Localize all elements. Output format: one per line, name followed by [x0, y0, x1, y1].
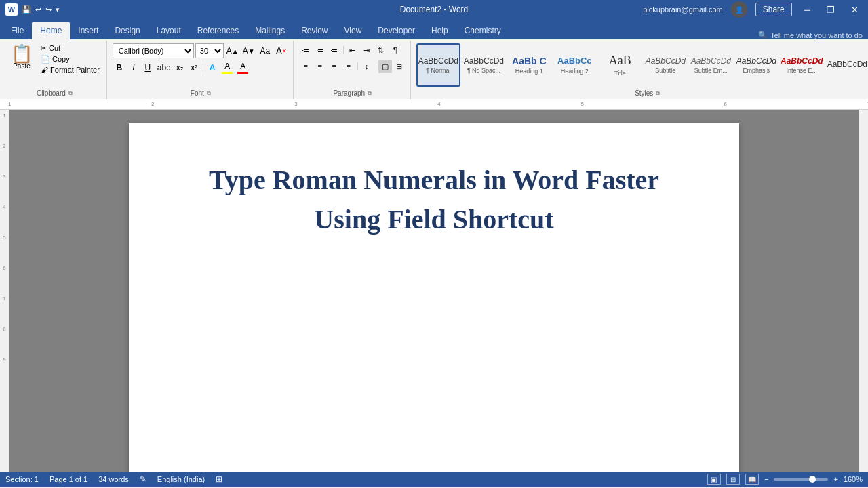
style-intense-em-preview: AaBbCcDd — [781, 56, 823, 66]
text-effects-button[interactable]: A — [205, 61, 219, 75]
zoom-plus-btn[interactable]: + — [833, 475, 837, 483]
customize-qat-btn[interactable]: ▾ — [56, 5, 60, 14]
decrease-indent-button[interactable]: ⇤ — [346, 43, 359, 57]
style-extra[interactable]: AaBbCcDd — [825, 43, 868, 87]
document-title: Document2 - Word — [400, 5, 468, 14]
borders-button[interactable]: ⊞ — [393, 60, 406, 73]
font-name-select[interactable]: Calibri (Body) — [113, 43, 194, 58]
styles-expand-icon[interactable]: ⧉ — [656, 90, 660, 97]
style-heading2[interactable]: AaBbCc Heading 2 — [553, 43, 597, 87]
close-button[interactable]: ✕ — [847, 3, 863, 16]
style-subtle-em[interactable]: AaBbCcDd Subtle Em... — [689, 43, 733, 87]
print-layout-view-btn[interactable]: ▣ — [707, 474, 721, 485]
word-app-icon: W — [5, 3, 18, 16]
font-expand-icon[interactable]: ⧉ — [207, 90, 211, 97]
align-right-button[interactable]: ≡ — [328, 60, 341, 73]
tab-layout[interactable]: Layout — [149, 22, 189, 39]
clear-formatting-button[interactable]: A✕ — [274, 43, 289, 58]
font-color-button[interactable]: A — [235, 61, 250, 75]
tab-file[interactable]: File — [3, 22, 32, 39]
font-size-select[interactable]: 30 — [195, 43, 224, 58]
undo-qat-btn[interactable]: ↩ — [35, 5, 41, 14]
zoom-slider[interactable] — [774, 478, 828, 481]
format-painter-button[interactable]: 🖌 Format Painter — [38, 65, 102, 75]
align-center-button[interactable]: ≡ — [313, 60, 327, 73]
style-no-spacing[interactable]: AaBbCcDd ¶ No Spac... — [462, 43, 506, 87]
restore-button[interactable]: ❐ — [823, 3, 839, 16]
tab-review[interactable]: Review — [293, 22, 336, 39]
strikethrough-button[interactable]: abc — [155, 61, 172, 75]
justify-button[interactable]: ≡ — [342, 60, 355, 73]
read-mode-btn[interactable]: 📖 — [745, 474, 759, 485]
align-left-button[interactable]: ≡ — [299, 60, 313, 73]
style-title-preview: AaB — [609, 54, 631, 68]
font-shrink-button[interactable]: A▼ — [241, 43, 256, 58]
style-intense-em[interactable]: AaBbCcDd Intense E... — [780, 43, 824, 87]
status-bar: Section: 1 Page 1 of 1 34 words ✎ Englis… — [0, 472, 868, 487]
multilevel-button[interactable]: ≔ — [328, 43, 341, 57]
style-normal-tag: ¶ Normal — [426, 67, 450, 74]
minimize-button[interactable]: ─ — [800, 3, 814, 16]
clipboard-expand-icon[interactable]: ⧉ — [68, 90, 73, 97]
user-avatar[interactable]: 👤 — [731, 1, 747, 18]
increase-indent-button[interactable]: ⇥ — [360, 43, 374, 57]
zoom-minus-btn[interactable]: − — [764, 475, 768, 483]
web-view-btn[interactable]: ⊟ — [726, 474, 740, 485]
zoom-level: 160% — [844, 475, 863, 483]
clipboard-sub-buttons: ✂ Cut 📄 Copy 🖌 Format Painter — [38, 43, 102, 75]
sort-button[interactable]: ⇅ — [374, 43, 388, 57]
share-button[interactable]: Share — [755, 3, 792, 16]
tab-insert[interactable]: Insert — [70, 22, 106, 39]
italic-button[interactable]: I — [127, 61, 140, 75]
tab-view[interactable]: View — [336, 22, 370, 39]
font-group-content: Calibri (Body) 30 A▲ A▼ Aa A✕ B I U abc … — [113, 42, 289, 88]
show-marks-button[interactable]: ¶ — [389, 43, 402, 57]
font-grow-button[interactable]: A▲ — [225, 43, 240, 58]
style-emphasis-tag: Emphasis — [743, 67, 770, 74]
styles-gallery: AaBbCcDd ¶ Normal AaBbCcDd ¶ No Spac... … — [416, 43, 868, 87]
tab-references[interactable]: References — [189, 22, 247, 39]
cut-button[interactable]: ✂ Cut — [38, 43, 102, 54]
style-subtitle-preview: AaBbCcDd — [646, 56, 686, 66]
tab-help[interactable]: Help — [423, 22, 456, 39]
style-title[interactable]: AaB Title — [598, 43, 642, 87]
style-subtitle[interactable]: AaBbCcDd Subtitle — [644, 43, 688, 87]
track-changes-icon: ✎ — [140, 474, 146, 484]
ribbon-content: 📋 Paste ✂ Cut 📄 Copy 🖌 Format Painter Cl… — [0, 39, 868, 99]
line-spacing-button[interactable]: ↕ — [360, 60, 374, 73]
copy-button[interactable]: 📄 Copy — [38, 54, 102, 64]
zoom-thumb[interactable] — [809, 476, 816, 483]
underline-button[interactable]: U — [141, 61, 155, 75]
highlight-color-button[interactable]: A — [220, 61, 235, 75]
section-status: Section: 1 — [5, 475, 39, 483]
tab-chemistry[interactable]: Chemistry — [456, 22, 509, 39]
change-case-button[interactable]: Aa — [258, 43, 273, 58]
paste-button[interactable]: 📋 Paste — [7, 43, 37, 71]
tell-me-input[interactable]: Tell me what you want to do — [770, 31, 863, 39]
shading-button[interactable]: ▢ — [378, 60, 392, 73]
document-title-line1: Type Roman Numerals in Word Faster — [183, 164, 685, 197]
bold-button[interactable]: B — [113, 61, 126, 75]
save-qat-btn[interactable]: 💾 — [22, 5, 31, 14]
document-page[interactable]: Type Roman Numerals in Word Faster Using… — [129, 123, 739, 472]
style-heading2-preview: AaBbCc — [557, 56, 592, 66]
paragraph-expand-icon[interactable]: ⧉ — [368, 90, 372, 97]
subscript-button[interactable]: x₂ — [173, 61, 186, 75]
tab-developer[interactable]: Developer — [370, 22, 423, 39]
style-emphasis[interactable]: AaBbCcDd Emphasis — [734, 43, 778, 87]
numbering-button[interactable]: ≔ — [313, 43, 327, 57]
superscript-button[interactable]: x² — [187, 61, 201, 75]
bullets-button[interactable]: ≔ — [299, 43, 313, 57]
style-normal[interactable]: AaBbCcDd ¶ Normal — [416, 43, 460, 87]
tab-design[interactable]: Design — [106, 22, 148, 39]
title-bar-left: W 💾 ↩ ↪ ▾ — [5, 3, 60, 16]
style-heading1[interactable]: AaBb C Heading 1 — [507, 43, 551, 87]
tab-home[interactable]: Home — [32, 22, 70, 39]
paragraph-row1: ≔ ≔ ≔ ⇤ ⇥ ⇅ ¶ — [299, 43, 402, 57]
document-title-line2: Using Field Shortcut — [183, 203, 685, 236]
document-area[interactable]: Type Roman Numerals in Word Faster Using… — [9, 110, 859, 472]
title-bar: W 💾 ↩ ↪ ▾ Document2 - Word pickupbrain@g… — [0, 0, 868, 19]
paragraph-label: Paragraph ⧉ — [299, 88, 406, 99]
redo-qat-btn[interactable]: ↪ — [45, 5, 52, 14]
tab-mailings[interactable]: Mailings — [247, 22, 293, 39]
